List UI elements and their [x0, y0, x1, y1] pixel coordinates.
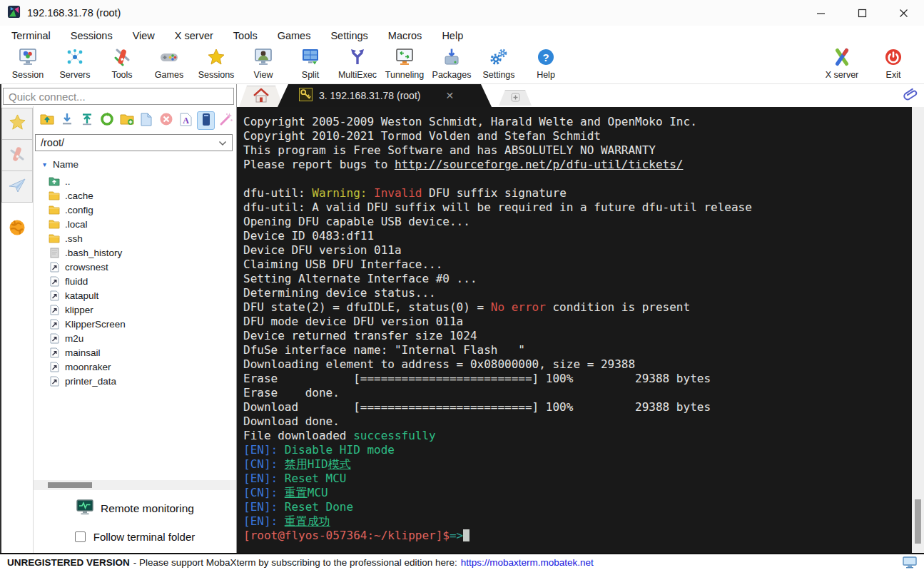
menu-tools[interactable]: Tools	[223, 27, 268, 44]
toolbar-tools-button[interactable]: Tools	[98, 48, 146, 80]
follow-terminal-folder[interactable]: Follow terminal folder	[34, 520, 236, 553]
toolbar-button-label: Help	[537, 70, 555, 80]
delete-file-button[interactable]	[158, 111, 176, 130]
symlink-icon	[49, 376, 60, 387]
toolbar-packages-button[interactable]: Packages	[428, 48, 475, 80]
terminal-text: dfu-util:	[243, 186, 312, 200]
terminal-line: DFU state(2) = dfuIDLE, status(0) = No e…	[243, 300, 912, 315]
attachments-paperclip-icon[interactable]	[903, 86, 918, 107]
menu-help[interactable]: Help	[432, 27, 473, 44]
tab-home[interactable]	[239, 86, 283, 107]
terminal-line: DfuSe interface name: "Internal Flash "	[243, 343, 912, 357]
menu-games[interactable]: Games	[268, 27, 321, 44]
ftb-upload-icon	[81, 113, 93, 128]
file-browser-toolbar: A	[34, 106, 236, 133]
toolbar-button-label: Tools	[111, 70, 132, 80]
file-row[interactable]: moonraker	[49, 360, 236, 374]
menu-x-server[interactable]: X server	[165, 27, 223, 44]
terminal-line: Please report bugs to http://sourceforge…	[243, 158, 912, 172]
terminal-text: File downloaded	[243, 429, 353, 442]
toolbar-servers-button[interactable]: Servers	[51, 48, 98, 80]
tools-icon	[113, 48, 131, 69]
quick-connect-input[interactable]	[3, 88, 234, 105]
follow-terminal-checkbox[interactable]	[75, 531, 86, 542]
remote-monitoring-button[interactable]: Remote monitoring	[34, 490, 236, 520]
sftp-panel-toggle-button[interactable]	[197, 111, 215, 130]
menu-sessions[interactable]: Sessions	[61, 27, 123, 44]
sidebar-tab-macros[interactable]	[1, 171, 33, 203]
file-row[interactable]: .bash_history	[49, 245, 236, 260]
close-button[interactable]	[883, 0, 924, 26]
maximize-button[interactable]	[841, 0, 883, 26]
upload-file-button[interactable]	[78, 111, 96, 130]
create-file-button[interactable]	[138, 111, 156, 130]
toolbar-games-button[interactable]: Games	[146, 48, 193, 80]
terminal-line: Copyright 2005-2009 Weston Schmidt, Hara…	[243, 115, 912, 129]
terminal-line: [root@flyos-057364:~/klipper]$=>	[243, 529, 912, 543]
terminal-text: [EN]:	[243, 514, 285, 528]
file-row[interactable]: KlipperScreen	[49, 317, 236, 331]
sidebar-tab-sessions[interactable]	[1, 108, 33, 140]
terminal-vscrollbar[interactable]	[912, 107, 924, 553]
toolbar-settings-button[interactable]: Settings	[475, 48, 522, 80]
toolbar-split-button[interactable]: Split	[287, 48, 334, 80]
toolbar-help-button[interactable]: ?Help	[522, 48, 569, 80]
sidebar-tab-tools[interactable]	[1, 139, 33, 171]
toolbar-button-label: Split	[302, 70, 319, 80]
menu-settings[interactable]: Settings	[320, 27, 377, 44]
file-row[interactable]: .ssh	[49, 231, 236, 245]
toolbar-x-server-button[interactable]: X server	[818, 48, 865, 80]
terminal-text: DfuSe interface name: "Internal Flash "	[243, 343, 525, 357]
tab-close-icon[interactable]: ✕	[445, 90, 454, 101]
rename-file-button[interactable]: A	[178, 111, 196, 130]
toolbar-view-button[interactable]: View	[240, 48, 287, 80]
terminal-text: Erase [=========================] 100% 2…	[243, 372, 711, 385]
file-row[interactable]: m2u	[49, 331, 236, 345]
toolbar-tunneling-button[interactable]: Tunneling	[381, 48, 428, 80]
go-to-parent-folder-button[interactable]	[39, 111, 56, 130]
terminal-text: [EN]:	[243, 443, 285, 457]
file-list-header[interactable]: ▾ Name	[34, 156, 236, 174]
follow-wand-button[interactable]	[217, 111, 235, 130]
file-row[interactable]: ..	[49, 174, 236, 188]
main-toolbar: SessionServersToolsGamesSessionsViewSpli…	[0, 45, 924, 84]
toolbar-sessions-button[interactable]: Sessions	[193, 48, 240, 80]
file-row[interactable]: crowsnest	[49, 260, 236, 274]
statusbar-monitor-icon	[903, 556, 917, 569]
sidebar-tab-sftp[interactable]	[1, 213, 33, 245]
follow-terminal-label: Follow terminal folder	[93, 531, 196, 543]
terminal-text: This program is Free Software and has AB…	[243, 143, 656, 157]
file-name: crowsnest	[65, 262, 108, 273]
file-row[interactable]: .cache	[49, 188, 236, 203]
file-row[interactable]: fluidd	[49, 274, 236, 288]
file-row[interactable]: .config	[49, 203, 236, 217]
terminal-line: Claiming USB DFU Interface...	[243, 258, 912, 272]
download-file-button[interactable]	[59, 111, 76, 130]
new-tab-button[interactable]	[499, 90, 532, 106]
terminal-line: File downloaded successfully	[243, 429, 912, 443]
file-row[interactable]: .local	[49, 217, 236, 231]
create-folder-button[interactable]	[118, 111, 136, 130]
minimize-button[interactable]	[800, 0, 841, 26]
menu-view[interactable]: View	[123, 27, 165, 44]
toolbar-exit-button[interactable]: Exit	[870, 48, 917, 80]
mobatek-link[interactable]: https://mobaxterm.mobatek.net	[461, 557, 594, 568]
file-row[interactable]: katapult	[49, 288, 236, 302]
file-row[interactable]: klipper	[49, 302, 236, 317]
file-row[interactable]: mainsail	[49, 345, 236, 360]
file-row[interactable]: printer_data	[49, 374, 236, 388]
file-list-hscrollbar[interactable]	[34, 480, 236, 490]
toolbar-multiexec-button[interactable]: MultiExec	[334, 48, 381, 80]
chevron-down-icon	[218, 137, 227, 148]
window-title: 192.168.31.78 (root)	[27, 7, 121, 19]
terminal-output[interactable]: Copyright 2005-2009 Weston Schmidt, Hara…	[237, 107, 912, 553]
toolbar-session-button[interactable]: Session	[4, 48, 51, 80]
refresh-folder-button[interactable]	[98, 111, 116, 130]
tab-active-session[interactable]: 3. 192.168.31.78 (root) ✕	[278, 84, 492, 107]
path-dropdown[interactable]: /root/	[35, 134, 233, 151]
menu-terminal[interactable]: Terminal	[1, 27, 61, 44]
menu-macros[interactable]: Macros	[378, 27, 432, 44]
toolbar-button-label: X server	[826, 70, 859, 80]
hscrollbar-thumb[interactable]	[48, 482, 92, 488]
vscrollbar-thumb[interactable]	[915, 499, 921, 544]
